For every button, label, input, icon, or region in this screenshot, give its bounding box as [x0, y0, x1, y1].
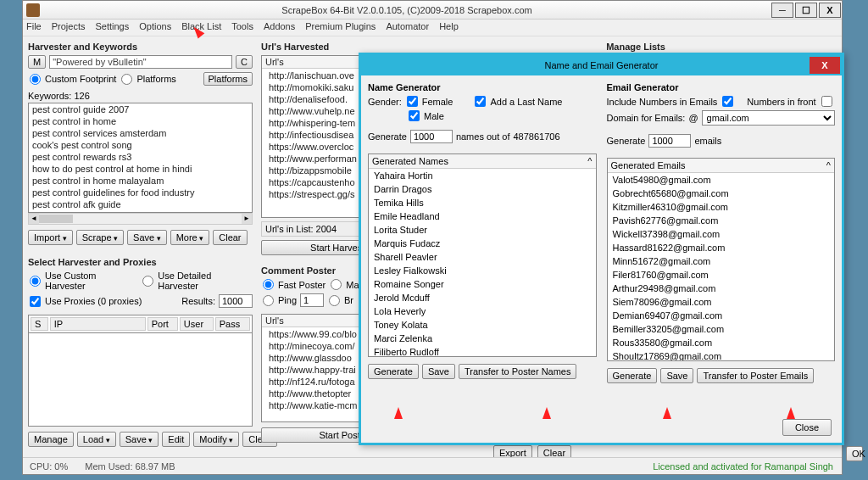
generated-emails-list[interactable]: Generated Emails^ Valot54980@gmail.comGo…: [607, 158, 836, 361]
list-item[interactable]: cook's pest control song: [29, 139, 252, 151]
list-item[interactable]: Lorita Studer: [369, 223, 596, 237]
at-label: @: [688, 113, 698, 123]
menu-file[interactable]: File: [26, 21, 42, 34]
transfer-names-button[interactable]: Transfer to Poster Names: [459, 364, 577, 379]
list-item[interactable]: Minn51672@gmail.com: [608, 254, 835, 268]
list-item[interactable]: Emile Headland: [369, 209, 596, 223]
list-item[interactable]: Temika Hills: [369, 196, 596, 209]
emails-header: Generated Emails: [611, 160, 826, 170]
list-item[interactable]: Darrin Dragos: [369, 182, 596, 196]
ma-radio[interactable]: Ma: [329, 279, 359, 290]
list-item[interactable]: Filiberto Rudloff: [369, 345, 596, 357]
save-proxies-button[interactable]: Save: [120, 432, 159, 447]
list-item[interactable]: pest control services amsterdam: [29, 127, 252, 139]
scrape-button[interactable]: Scrape: [76, 230, 124, 245]
platforms-button[interactable]: Platforms: [203, 72, 253, 86]
edit-proxies-button[interactable]: Edit: [162, 432, 190, 447]
use-proxies-checkbox[interactable]: Use Proxies (0 proxies): [28, 296, 142, 307]
results-input[interactable]: [219, 294, 253, 308]
ping-radio[interactable]: Ping: [261, 295, 297, 306]
menu-premium[interactable]: Premium Plugins: [305, 21, 376, 34]
more-button[interactable]: More: [170, 230, 210, 245]
list-item[interactable]: Kitzmiller46310@gmail.com: [608, 200, 835, 214]
load-proxies-button[interactable]: Load: [77, 432, 116, 447]
list-item[interactable]: Arthur29498@gmail.com: [608, 282, 835, 295]
generate-names-button[interactable]: Generate: [368, 364, 419, 379]
ok-button[interactable]: OK: [846, 446, 863, 461]
dialog-close-btn[interactable]: Close: [782, 419, 832, 436]
list-item[interactable]: Sharell Peavler: [369, 250, 596, 264]
list-item[interactable]: Lesley Fialkowski: [369, 264, 596, 277]
keywords-list[interactable]: pest control guide 2007pest control in h…: [28, 103, 253, 213]
manage-lists-title: Manage Lists: [435, 42, 837, 52]
save-names-button[interactable]: Save: [422, 364, 455, 379]
clear-keywords-button[interactable]: Clear: [213, 230, 247, 245]
emails-count-input[interactable]: [648, 134, 691, 148]
menu-tools[interactable]: Tools: [231, 21, 253, 34]
list-item[interactable]: Romaine Songer: [369, 277, 596, 291]
list-item[interactable]: how to do pest control at home in hindi: [29, 163, 252, 175]
list-item[interactable]: pest control in home: [29, 115, 252, 127]
list-item[interactable]: Jerold Mcduff: [369, 291, 596, 304]
list-item[interactable]: Demian69407@gmail.com: [608, 309, 835, 322]
manage-button[interactable]: Manage: [28, 432, 74, 447]
list-item[interactable]: Marquis Fudacz: [369, 237, 596, 250]
ping-input[interactable]: [300, 293, 324, 307]
list-item[interactable]: Hassard81622@gmail.com: [608, 241, 835, 254]
list-item[interactable]: pest control guidelines for food industr…: [29, 187, 252, 198]
fast-poster-radio[interactable]: Fast Poster: [261, 279, 326, 290]
footprint-input[interactable]: [49, 55, 232, 69]
numbers-front-checkbox[interactable]: [821, 96, 832, 107]
list-item[interactable]: pest control afk guide: [29, 198, 252, 210]
m-button[interactable]: M: [28, 55, 46, 69]
keywords-scrollbar[interactable]: ◄►: [28, 213, 253, 225]
list-item[interactable]: pest control guide 2007: [29, 103, 252, 115]
names-count-input[interactable]: [410, 130, 453, 143]
close-button[interactable]: X: [819, 3, 841, 18]
proxy-table[interactable]: SIPPortUserPass: [28, 315, 253, 333]
menu-addons[interactable]: Addons: [264, 21, 295, 34]
menu-automator[interactable]: Automator: [386, 21, 429, 34]
c-button[interactable]: C: [236, 55, 253, 69]
list-item[interactable]: Yahaira Hortin: [369, 169, 596, 182]
minimize-button[interactable]: ─: [771, 3, 793, 18]
save-keywords-button[interactable]: Save: [127, 230, 167, 245]
list-item[interactable]: Pavish62776@gmail.com: [608, 214, 835, 227]
list-item[interactable]: pest control rewards rs3: [29, 151, 252, 163]
list-item[interactable]: Rous33580@gmail.com: [608, 336, 835, 349]
list-item[interactable]: Bemiller33205@gmail.com: [608, 322, 835, 336]
menu-options[interactable]: Options: [139, 21, 171, 34]
list-item[interactable]: Toney Kolata: [369, 318, 596, 332]
import-button[interactable]: Import: [28, 230, 73, 245]
list-item[interactable]: Siem78096@gmail.com: [608, 295, 835, 309]
br-radio[interactable]: Br: [327, 295, 353, 306]
maximize-button[interactable]: ☐: [795, 3, 817, 18]
female-checkbox[interactable]: Female: [405, 96, 453, 107]
save-emails-button[interactable]: Save: [660, 368, 693, 383]
menu-help[interactable]: Help: [439, 21, 459, 34]
modify-proxies-button[interactable]: Modify: [193, 432, 239, 447]
use-detailed-harvester-radio[interactable]: Use Detailed Harvester: [141, 271, 253, 291]
menu-projects[interactable]: Projects: [52, 21, 86, 34]
male-checkbox[interactable]: Male: [407, 110, 444, 121]
list-item[interactable]: Shoultz17869@gmail.com: [608, 349, 835, 361]
transfer-emails-button[interactable]: Transfer to Poster Emails: [697, 368, 814, 383]
custom-footprint-radio[interactable]: Custom Footprint: [28, 74, 116, 85]
generate-emails-button[interactable]: Generate: [607, 368, 658, 383]
platforms-radio[interactable]: Platforms: [120, 74, 175, 85]
list-item[interactable]: Lola Heverly: [369, 304, 596, 318]
list-item[interactable]: Valot54980@gmail.com: [608, 173, 835, 187]
generated-names-list[interactable]: Generated Names^ Yahaira HortinDarrin Dr…: [368, 153, 597, 357]
list-item[interactable]: Gobrecht65680@gmail.com: [608, 187, 835, 200]
list-item[interactable]: Filer81760@gmail.com: [608, 268, 835, 282]
list-item[interactable]: pest control in home malayalam: [29, 175, 252, 187]
list-item[interactable]: Marci Zelenka: [369, 332, 596, 345]
dialog-close-button[interactable]: X: [810, 57, 840, 74]
domain-select[interactable]: gmail.com: [702, 110, 835, 126]
add-lastname-checkbox[interactable]: Add a Last Name: [473, 96, 562, 107]
list-item[interactable]: Wickell37398@gmail.com: [608, 227, 835, 241]
include-numbers-checkbox[interactable]: [722, 96, 733, 107]
use-custom-harvester-radio[interactable]: Use Custom Harvester: [28, 271, 137, 291]
menu-settings[interactable]: Settings: [95, 21, 129, 34]
proxy-table-body[interactable]: [28, 333, 253, 427]
